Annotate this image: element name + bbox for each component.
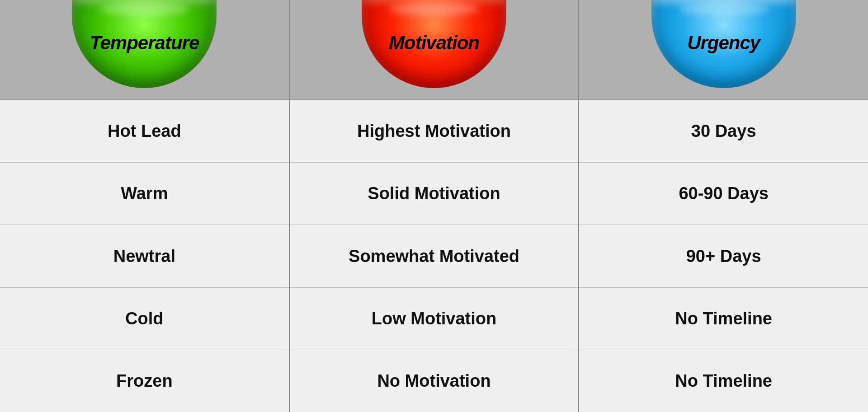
cell-temperature-0: Hot Lead [0, 100, 289, 162]
cell-motivation-4: No Motivation [290, 350, 579, 412]
rows-motivation: Highest MotivationSolid MotivationSomewh… [290, 100, 579, 412]
column-temperature: TemperatureHot LeadWarmNewtralColdFrozen [0, 0, 290, 412]
column-motivation: MotivationHighest MotivationSolid Motiva… [290, 0, 580, 412]
bowl-urgency: Urgency [651, 0, 796, 88]
cell-urgency-1: 60-90 Days [579, 163, 868, 225]
cell-motivation-3: Low Motivation [290, 288, 579, 350]
bowl-temperature: Temperature [72, 0, 217, 88]
cell-urgency-2: 90+ Days [579, 225, 868, 287]
cell-motivation-2: Somewhat Motivated [290, 225, 579, 287]
cell-motivation-1: Solid Motivation [290, 163, 579, 225]
cell-urgency-0: 30 Days [579, 100, 868, 162]
rows-urgency: 30 Days60-90 Days90+ DaysNo TimelineNo T… [579, 100, 868, 412]
cell-temperature-2: Newtral [0, 225, 289, 287]
cell-urgency-4: No Timeline [579, 350, 868, 412]
rows-temperature: Hot LeadWarmNewtralColdFrozen [0, 100, 289, 412]
header-urgency: Urgency [579, 0, 868, 99]
header-label-motivation: Motivation [389, 32, 479, 54]
cell-temperature-3: Cold [0, 288, 289, 350]
cell-urgency-3: No Timeline [579, 288, 868, 350]
header-temperature: Temperature [0, 0, 289, 99]
cell-temperature-4: Frozen [0, 350, 289, 412]
cell-temperature-1: Warm [0, 163, 289, 225]
header-label-temperature: Temperature [90, 32, 199, 54]
main-table: TemperatureHot LeadWarmNewtralColdFrozen… [0, 0, 868, 412]
header-label-urgency: Urgency [687, 32, 760, 54]
cell-motivation-0: Highest Motivation [290, 100, 579, 162]
column-urgency: Urgency30 Days60-90 Days90+ DaysNo Timel… [579, 0, 868, 412]
header-motivation: Motivation [290, 0, 579, 99]
bowl-motivation: Motivation [362, 0, 506, 88]
